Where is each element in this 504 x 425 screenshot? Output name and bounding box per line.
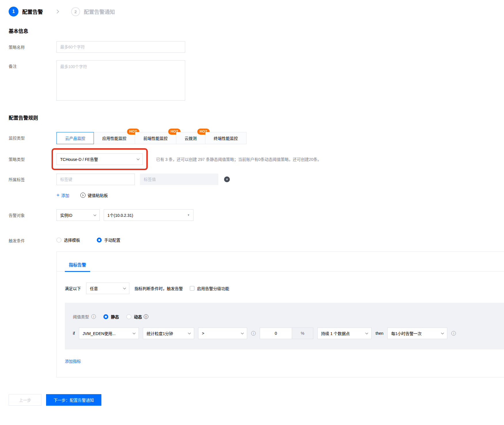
policy-type-select[interactable]: TCHouse-D / FE告警 [56, 153, 143, 165]
add-tag-label: 添加 [61, 192, 69, 198]
tab-label: 云拨测 [185, 135, 197, 141]
chevron-down-icon [133, 331, 136, 334]
frequency-select[interactable]: 每1小时告警一次 [387, 328, 447, 339]
trigger-condition-row: 触发条件 选择模板 手动配置 [9, 236, 504, 243]
if-label: if [73, 331, 75, 336]
tag-key-input[interactable] [56, 174, 135, 185]
object-type-select[interactable]: 实例ID [56, 209, 100, 221]
tab-label: 前端性能监控 [143, 135, 168, 141]
prev-step-button[interactable]: 上一步 [9, 394, 41, 406]
remark-textarea[interactable] [56, 60, 185, 101]
add-metric-link[interactable]: 添加指标 [65, 358, 81, 364]
threshold-value-input[interactable] [260, 328, 292, 339]
info-icon[interactable]: i [91, 314, 96, 319]
frequency-value: 每1小时告警一次 [391, 330, 438, 336]
remove-tag-icon[interactable]: ✕ [224, 176, 230, 182]
policy-name-label: 策略名称 [9, 41, 56, 53]
metric-value: JVM_EDEN使用... [83, 330, 130, 336]
stepper: 1 配置告警 2 配置告警通知 [9, 6, 504, 17]
chevron-down-icon [365, 331, 368, 334]
tag-value-input [140, 174, 218, 185]
info-icon[interactable]: i [451, 331, 456, 336]
metric-condition-row: if JVM_EDEN使用... 统计粒度1分钟 > i % [73, 328, 504, 339]
radio-off-icon [126, 314, 131, 319]
remark-label: 备注 [9, 60, 56, 101]
step-separator-icon [55, 10, 59, 14]
triangle-down-icon: ▼ [187, 214, 190, 217]
meet-mode-select[interactable]: 任意 [86, 283, 129, 294]
paste-board-button[interactable]: 键值粘贴板 [80, 192, 108, 198]
radio-off-icon [56, 238, 61, 242]
radio-static-threshold[interactable]: 静态 [103, 314, 119, 319]
policy-name-input[interactable] [56, 41, 185, 53]
chevron-down-icon [241, 331, 244, 334]
alarm-object-label: 告警对象 [9, 209, 56, 221]
grading-checkbox-label: 启用告警分级功能 [197, 285, 229, 291]
policy-quota-hint: 已有 3 条，还可以创建 297 条静态阈值策略；当前账户有0条动态阈值策略，还… [156, 156, 321, 162]
duration-select[interactable]: 持续 1 个数据点 [317, 328, 372, 339]
policy-name-row: 策略名称 [9, 41, 504, 53]
monitor-type-label: 监控类型 [9, 121, 56, 144]
meet-condition-row: 满足以下 任意 指标判断条件时，触发告警 启用告警分级功能 [65, 283, 504, 294]
add-tag-button[interactable]: + 添加 [56, 192, 69, 198]
policy-type-value: TCHouse-D / FE告警 [60, 156, 134, 162]
object-instance-select[interactable]: 1个(10.0.2.31) ▼ [104, 209, 194, 221]
monitor-type-tabs: 云产品监控 应用性能监控 HOT 前端性能监控 HOT 云拨测 HOT 终端性能… [56, 132, 247, 144]
chevron-down-icon [94, 213, 96, 216]
chevron-down-icon [123, 286, 126, 289]
threshold-unit: % [292, 328, 313, 339]
duration-value: 持续 1 个数据点 [321, 330, 362, 336]
monitor-type-row: 监控类型 云产品监控 应用性能监控 HOT 前端性能监控 HOT 云拨测 HOT… [9, 121, 504, 144]
info-icon[interactable]: i [251, 331, 256, 336]
trigger-condition-label: 触发条件 [9, 236, 56, 243]
radio-manual-config[interactable]: 手动配置 [97, 237, 120, 243]
tab-metric-alarm[interactable]: 指标告警 [65, 262, 90, 272]
rules-title: 配置告警规则 [9, 114, 504, 121]
operator-value: > [202, 331, 238, 336]
panel-tabbar: 指标告警 [57, 252, 504, 271]
radio-dynamic-threshold[interactable]: 动态 [126, 314, 142, 319]
alarm-policy-create-page: 1 配置告警 2 配置告警通知 基本信息 策略名称 备注 配置告警规则 监控类型… [0, 0, 504, 425]
radio-label: 手动配置 [104, 237, 120, 243]
radio-label: 动态 [134, 314, 142, 319]
tab-cloud-product-monitor[interactable]: 云产品监控 [56, 132, 94, 144]
threshold-band: 阈值类型 i 静态 动态 i if JVM_EDEN使用... [65, 303, 504, 349]
basic-info-title: 基本信息 [9, 27, 504, 34]
tab-cat[interactable]: 云拨测 HOT [176, 132, 205, 144]
threshold-value-group: % [260, 328, 313, 339]
metric-select[interactable]: JVM_EDEN使用... [79, 328, 139, 339]
remark-row: 备注 [9, 60, 504, 101]
tab-terminal-monitor[interactable]: 终端性能监控 [205, 132, 247, 144]
tab-rum[interactable]: 前端性能监控 HOT [135, 132, 176, 144]
tab-label: 应用性能监控 [102, 135, 126, 141]
granularity-select[interactable]: 统计粒度1分钟 [143, 328, 194, 339]
granularity-value: 统计粒度1分钟 [147, 330, 185, 336]
object-instance-value: 1个(10.0.2.31) [107, 212, 184, 218]
chevron-down-icon [441, 331, 444, 334]
tab-apm[interactable]: 应用性能监控 HOT [94, 132, 135, 144]
tag-actions-row: + 添加 键值粘贴板 [56, 191, 504, 199]
alarm-object-row: 告警对象 实例ID 1个(10.0.2.31) ▼ [9, 209, 504, 221]
step-1-label: 配置告警 [22, 8, 43, 15]
threshold-type-label: 阈值类型 [73, 314, 89, 319]
chevron-down-icon [188, 331, 191, 334]
info-icon[interactable]: i [144, 314, 148, 319]
object-type-value: 实例ID [60, 212, 90, 218]
tab-label: 云产品监控 [65, 135, 85, 141]
paste-board-label: 键值粘贴板 [88, 192, 108, 198]
radio-on-icon [103, 314, 108, 319]
next-step-button[interactable]: 下一步：配置告警通知 [46, 394, 101, 406]
operator-select[interactable]: > [198, 328, 247, 339]
radio-select-template[interactable]: 选择模板 [56, 237, 80, 243]
step-2-label: 配置告警通知 [84, 8, 115, 15]
threshold-type-row: 阈值类型 i 静态 动态 i [73, 314, 504, 319]
grading-checkbox[interactable] [190, 286, 194, 291]
metric-alarm-panel: 指标告警 满足以下 任意 指标判断条件时，触发告警 启用告警分级功能 阈值类型 … [56, 251, 504, 377]
radio-on-icon [97, 238, 102, 242]
policy-type-row: 策略类型 TCHouse-D / FE告警 已有 3 条，还可以创建 297 条… [9, 153, 504, 165]
chevron-down-icon [137, 157, 140, 160]
footer-actions: 上一步 下一步：配置告警通知 [9, 394, 504, 406]
then-label: then [376, 331, 383, 336]
tags-row: 所属标签 ✕ [9, 174, 504, 185]
radio-label: 选择模板 [64, 237, 80, 243]
